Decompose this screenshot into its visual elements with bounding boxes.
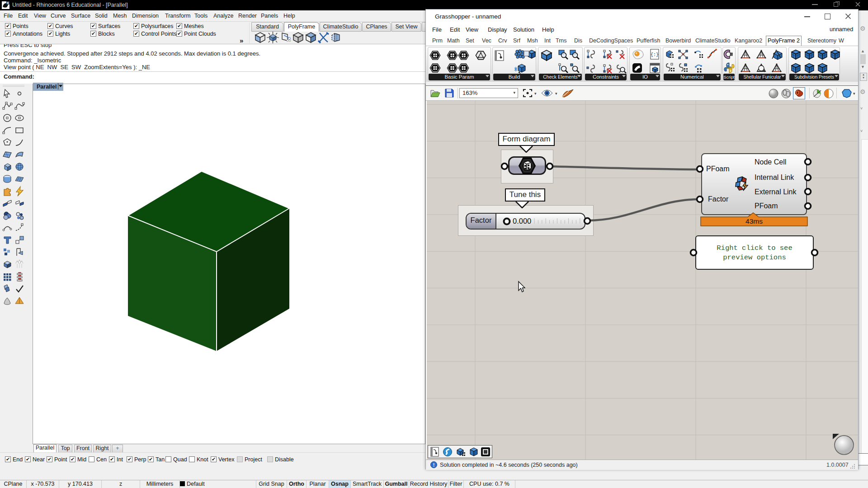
svg-text:6: 6	[7, 1, 9, 5]
svg-text:43ms: 43ms	[745, 217, 763, 225]
svg-text:{:}: {:}	[651, 52, 659, 57]
svg-text:!: !	[433, 462, 435, 468]
